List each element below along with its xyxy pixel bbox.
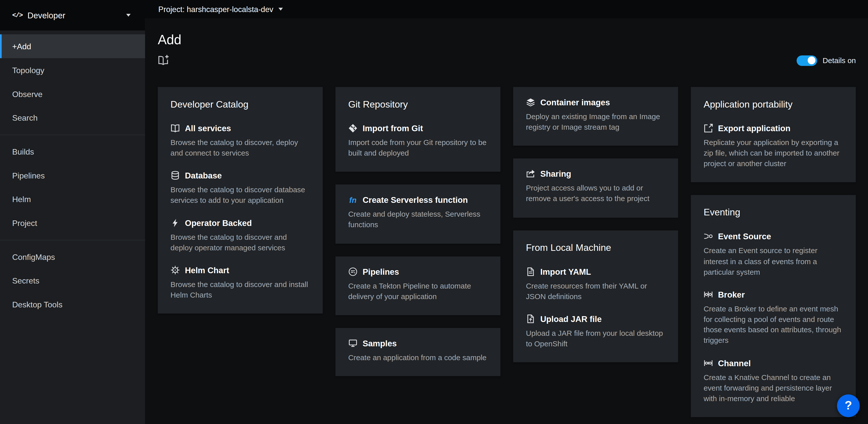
card: SharingProject access allows you to add … — [513, 159, 678, 218]
card: Container imagesDeploy an existing Image… — [513, 87, 678, 146]
git-icon — [348, 124, 358, 133]
card-title: Developer Catalog — [170, 99, 310, 110]
file-icon — [526, 267, 535, 276]
add-item-export-application[interactable]: Export applicationReplicate your applica… — [704, 124, 843, 169]
sidebar-item-desktop-tools[interactable]: Desktop Tools — [0, 292, 145, 316]
add-item-upload-jar-file[interactable]: Upload JAR fileUpload a JAR file from yo… — [526, 314, 665, 349]
card: EventingEvent SourceCreate an Event sour… — [691, 195, 856, 417]
card-items: PipelinesCreate a Tekton Pipeline to aut… — [348, 267, 488, 302]
nav-group: BuildsPipelinesHelmProject — [0, 135, 145, 240]
card: Git RepositoryImport from GitImport code… — [336, 87, 501, 172]
add-item-description: Create an Event source to register inter… — [704, 246, 843, 278]
database-icon — [170, 171, 180, 180]
card: PipelinesCreate a Tekton Pipeline to aut… — [336, 256, 501, 315]
nav-group: +AddTopologyObserveSearch — [0, 34, 145, 135]
add-item-label: Helm Chart — [185, 265, 229, 275]
details-toggle-group: Details on — [797, 55, 856, 65]
card-items: Import YAMLCreate resources from their Y… — [526, 267, 665, 349]
add-item-samples[interactable]: SamplesCreate an application from a code… — [348, 339, 488, 363]
helm-icon — [170, 265, 180, 275]
add-item-label: Import YAML — [540, 267, 591, 276]
add-item-description: Create a Tekton Pipeline to automate del… — [348, 281, 488, 302]
sidebar-item-builds[interactable]: Builds — [0, 140, 145, 163]
add-item-description: Import code from your Git repository to … — [348, 138, 488, 159]
chevron-down-icon — [126, 14, 131, 17]
card-title: Application portability — [704, 99, 843, 110]
add-item-label: All services — [185, 124, 231, 133]
add-item-title: Broker — [704, 290, 843, 299]
card-title: From Local Machine — [526, 243, 665, 254]
sidebar-item-secrets[interactable]: Secrets — [0, 269, 145, 292]
sidebar: </> Developer +AddTopologyObserveSearchB… — [0, 0, 145, 424]
sidebar-item-project[interactable]: Project — [0, 211, 145, 235]
card-items: Container imagesDeploy an existing Image… — [526, 97, 665, 133]
file-upload-icon — [526, 314, 535, 323]
card-column: Git RepositoryImport from GitImport code… — [336, 87, 501, 376]
add-item-all-services[interactable]: All servicesBrowse the catalog to discov… — [170, 124, 310, 159]
add-item-label: Sharing — [540, 169, 571, 178]
add-item-description: Replicate your application by exporting … — [704, 138, 843, 169]
help-button[interactable]: ? — [837, 394, 860, 417]
card-items: SamplesCreate an application from a code… — [348, 339, 488, 363]
add-item-helm-chart[interactable]: Helm ChartBrowse the catalog to discover… — [170, 265, 310, 301]
details-toggle[interactable] — [797, 55, 817, 65]
add-item-create-serverless-function[interactable]: fnCreate Serverless functionCreate and d… — [348, 195, 488, 230]
sidebar-nav: +AddTopologyObserveSearchBuildsPipelines… — [0, 30, 145, 321]
sidebar-item-observe[interactable]: Observe — [0, 82, 145, 106]
project-selector[interactable]: Project: harshcasper-localsta-dev — [145, 0, 868, 18]
add-item-label: Database — [185, 171, 222, 180]
add-item-import-yaml[interactable]: Import YAMLCreate resources from their Y… — [526, 267, 665, 302]
add-item-title: Event Source — [704, 232, 843, 241]
card-items: Import from GitImport code from your Git… — [348, 124, 488, 159]
card: Application portabilityExport applicatio… — [691, 87, 856, 182]
add-item-label: Operator Backed — [185, 218, 252, 227]
card-items: All servicesBrowse the catalog to discov… — [170, 124, 310, 301]
card-items: Event SourceCreate an Event source to re… — [704, 232, 843, 404]
add-item-broker[interactable]: BrokerCreate a Broker to define an event… — [704, 290, 843, 346]
add-item-label: Upload JAR file — [540, 314, 601, 323]
add-item-database[interactable]: DatabaseBrowse the catalog to discover d… — [170, 171, 310, 206]
sidebar-item-add[interactable]: +Add — [0, 34, 145, 58]
add-item-pipelines[interactable]: PipelinesCreate a Tekton Pipeline to aut… — [348, 267, 488, 302]
app: </> Developer +AddTopologyObserveSearchB… — [0, 0, 868, 424]
add-item-title: Sharing — [526, 169, 665, 178]
add-item-description: Browse the catalog to discover database … — [170, 185, 310, 206]
add-item-channel[interactable]: ChannelCreate a Knative Channel to creat… — [704, 358, 843, 404]
card-items: fnCreate Serverless functionCreate and d… — [348, 195, 488, 230]
add-item-label: Create Serverless function — [363, 195, 468, 205]
add-item-container-images[interactable]: Container imagesDeploy an existing Image… — [526, 97, 665, 133]
export-icon — [704, 124, 713, 133]
add-item-title: Channel — [704, 358, 843, 367]
card-title: Eventing — [704, 207, 843, 219]
perspective-switcher[interactable]: </> Developer — [0, 0, 145, 30]
add-item-operator-backed[interactable]: Operator BackedBrowse the catalog to dis… — [170, 218, 310, 253]
sidebar-item-helm[interactable]: Helm — [0, 187, 145, 211]
add-item-description: Create and deploy stateless, Serverless … — [348, 209, 488, 230]
card-column: Developer CatalogAll servicesBrowse the … — [158, 87, 323, 314]
sidebar-item-search[interactable]: Search — [0, 106, 145, 130]
add-item-label: Container images — [540, 97, 610, 107]
add-item-title: Upload JAR file — [526, 314, 665, 323]
add-item-event-source[interactable]: Event SourceCreate an Event source to re… — [704, 232, 843, 278]
page-header-row: Details on — [158, 54, 856, 66]
card: fnCreate Serverless functionCreate and d… — [336, 185, 501, 244]
bolt-icon — [170, 218, 180, 227]
add-item-sharing[interactable]: SharingProject access allows you to add … — [526, 169, 665, 204]
add-item-title: Pipelines — [348, 267, 488, 276]
page-title: Add — [158, 32, 856, 48]
add-item-title: Database — [170, 171, 310, 180]
card-items: Export applicationReplicate your applica… — [704, 124, 843, 169]
card: SamplesCreate an application from a code… — [336, 328, 501, 376]
add-item-description: Create a Knative Channel to create an ev… — [704, 372, 843, 404]
add-item-label: Broker — [718, 290, 745, 299]
add-item-import-from-git[interactable]: Import from GitImport code from your Git… — [348, 124, 488, 159]
add-item-title: Import from Git — [348, 124, 488, 133]
add-item-description: Upload a JAR file from your local deskto… — [526, 328, 665, 349]
layers-icon — [526, 97, 535, 107]
sidebar-item-pipelines[interactable]: Pipelines — [0, 163, 145, 187]
sidebar-item-topology[interactable]: Topology — [0, 58, 145, 82]
card-items: SharingProject access allows you to add … — [526, 169, 665, 204]
card: Developer CatalogAll servicesBrowse the … — [158, 87, 323, 314]
sidebar-item-configmaps[interactable]: ConfigMaps — [0, 245, 145, 269]
add-item-title: Operator Backed — [170, 218, 310, 227]
